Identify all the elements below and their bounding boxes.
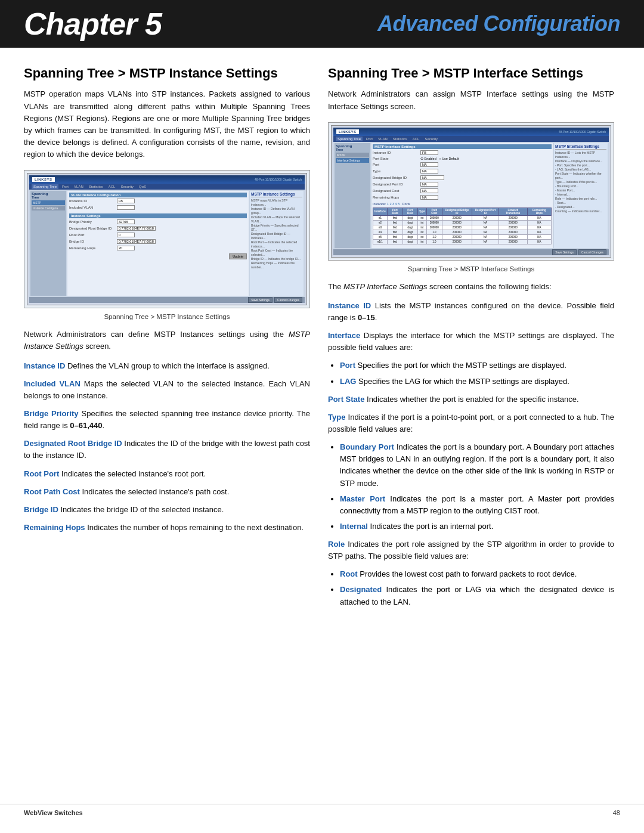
label-instance-id: Instance ID (69, 199, 117, 203)
bullet-lag: LAG Specifies the LAG for which the MSTP… (340, 376, 614, 388)
cell-rhops-6: NA (527, 239, 551, 244)
cell-cost-6: 1.0 (426, 239, 442, 244)
value-desig-root: 0:7782:0184E7:77:0918 (117, 226, 156, 231)
linksys-body-right: SpanningTree MSTP Interface Settings MST… (333, 142, 609, 249)
instance-settings-header: Instance Settings (69, 213, 247, 218)
cell-ftrans-1: 200000 (499, 215, 527, 220)
cell-state-2: fwd (387, 220, 402, 225)
left-section-heading: Spanning Tree > MSTP Instance Settings (24, 66, 310, 81)
page-footer: WebView Switches 48 (0, 804, 644, 821)
term-type: Type (328, 413, 345, 422)
form-row-root-port: Root Port 0 (69, 233, 247, 237)
footer-page-number: 48 (613, 809, 620, 816)
table-row: e1 fwd dsgt int 200000 200000 NA 200000 (373, 215, 552, 220)
table-row: e4 fwd dsgt int 1.0 200000 NA 200000 NA (373, 230, 552, 234)
form-row-bridge-id: Bridge ID 0:7782:0184E7:77:0918 (69, 239, 247, 244)
linksys-right-panel-right: MSTP Interface Settings Instance ID — Li… (554, 143, 608, 248)
linksys-header-info-right: 48-Port 10/100/1000 Gigabit Switch (361, 130, 606, 134)
cell-type-5: int (417, 234, 426, 239)
bullet-root: Root Provides the lowest cost path to fo… (340, 568, 614, 580)
cell-dport-6: NA (472, 239, 499, 244)
table-row: e3 fwd dsgt int 200000 200000 NA 200000 (373, 225, 552, 230)
nav-acl-right: ACL (411, 137, 422, 141)
term-instance-id-right: Instance ID (328, 301, 371, 310)
nav-spanning-tree-right: Spanning Tree (336, 137, 363, 141)
table-row: e5 fwd dsgt int 1.0 200000 NA 200000 NA (373, 234, 552, 239)
col-desig-bridge-th: Designated Bridge ID (442, 208, 472, 215)
def-root-path-cost: Root Path Cost Indicates the selected in… (24, 486, 310, 498)
cell-role-1: dsgt (402, 215, 417, 220)
right-fields-intro: The MSTP Interface Settings screen conta… (328, 281, 614, 293)
cell-dbridge-6: 200000 (442, 239, 472, 244)
cell-if-4: e4 (373, 230, 388, 234)
cell-cost-5: 1.0 (426, 234, 442, 239)
linksys-footer-left: Save Settings Cancel Changes (29, 297, 305, 303)
nav-port: Port (60, 184, 70, 189)
footer-save-btn[interactable]: Save Settings (248, 297, 273, 303)
cell-if-5: e5 (373, 234, 388, 239)
def-instance-id-right: Instance ID Lists the MSTP instances con… (328, 300, 614, 324)
cell-role-3: dsgt (402, 225, 417, 230)
update-button-container: Update (69, 252, 247, 259)
instance-value: 1 2 3 4 5 (387, 202, 400, 206)
term-desig-root: Designated Root Bridge ID (24, 439, 122, 448)
nav-vlan-right: VLAN (376, 137, 389, 141)
col-port-state: Port State (387, 208, 402, 215)
cell-type-6: int (417, 239, 426, 244)
right-screenshot-box: LINKSYS 48-Port 10/100/1000 Gigabit Swit… (328, 122, 614, 261)
cell-cost-3: 200000 (426, 225, 442, 230)
form-row-port-state: Port State ⊙ Enabled ○ Use Default (373, 157, 552, 160)
linksys-header-left: LINKSYS 48-Port 10/100/1000 Gigabit Swit… (29, 175, 305, 184)
chapter-number: Chapter 5 (24, 6, 162, 42)
label-desig-cost: Designated Cost (373, 189, 420, 193)
col-remain: Remaining Hops (527, 208, 551, 215)
cell-dbridge-1: 200000 (442, 215, 472, 220)
value-remaining-hops: 20 (117, 246, 135, 250)
sidebar-label-right: SpanningTree (336, 144, 369, 151)
label-bridge-priority: Bridge Priority (69, 220, 117, 224)
term-remaining-hops: Remaining Hops (24, 523, 85, 532)
footer-cancel-btn-right[interactable]: Cancel Changes (578, 249, 606, 255)
form-row-desig-root: Designated Root Bridge ID 0:7782:0184E7:… (69, 226, 247, 231)
chapter-header: Chapter 5 Advanced Configuration (0, 0, 644, 48)
linksys-main-right: MSTP Interface Settings Instance ID FB P… (371, 143, 553, 248)
right-panel-text-right: Instance ID — Lists the MSTP instances..… (555, 151, 606, 213)
footer-save-btn-right[interactable]: Save Settings (552, 249, 577, 255)
cell-type-1: int (417, 215, 426, 220)
cell-rhops-1: NA (527, 215, 551, 220)
cell-cost-2: 200000 (426, 220, 442, 225)
def-bridge-priority: Bridge Priority Specifies the selected s… (24, 408, 310, 432)
linksys-logo-right: LINKSYS (336, 129, 359, 134)
value-root-port: 0 (117, 233, 135, 237)
cell-if-1: e1 (373, 215, 388, 220)
def-instance-id: Instance ID Defines the VLAN group to wh… (24, 360, 310, 372)
term-internal: Internal (340, 522, 368, 531)
cell-dport-5: NA (472, 234, 499, 239)
def-type: Type Indicates if the port is a point-to… (328, 411, 614, 435)
def-root-port: Root Port Indicates the selected instanc… (24, 468, 310, 480)
nav-security: Security (119, 184, 135, 189)
cell-dport-3: NA (472, 225, 499, 230)
update-button[interactable]: Update (229, 253, 247, 259)
label-port-num: Port (373, 163, 420, 166)
instance-settings-title: Instance Settings (71, 214, 101, 218)
left-screenshot-box: LINKSYS 48-Port 10/100/1000 Gigabit Swit… (24, 170, 310, 308)
value-instance-id: FB (117, 199, 135, 203)
right-panel-title-right: MSTP Interface Settings (555, 144, 606, 150)
right-panel-title: MSTP Instance Settings (251, 192, 302, 197)
value-remaining-hops-right: NA (420, 195, 438, 200)
footer-cancel-btn[interactable]: Cancel Changes (274, 297, 302, 303)
left-linksys-ui: LINKSYS 48-Port 10/100/1000 Gigabit Swit… (27, 173, 307, 305)
form-row-instance-id-right: Instance ID FB (373, 150, 552, 155)
cell-dbridge-2: 200000 (442, 220, 472, 225)
linksys-header-right: LINKSYS 48-Port 10/100/1000 Gigabit Swit… (333, 128, 609, 136)
left-screenshot-caption: Spanning Tree > MSTP Instance Settings (24, 313, 310, 320)
cell-rhops-3: NA (527, 225, 551, 230)
term-bridge-id: Bridge ID (24, 505, 58, 514)
cell-state-4: fwd (387, 230, 402, 234)
nav-stats-right: Statistics (391, 137, 409, 141)
cell-rhops-4: NA (527, 230, 551, 234)
col-desig-port-th: Designated Port ID (472, 208, 499, 215)
nav-security-right: Security (423, 137, 439, 141)
linksys-main-left: VLAN Instance Configuration Instance ID … (67, 191, 249, 296)
